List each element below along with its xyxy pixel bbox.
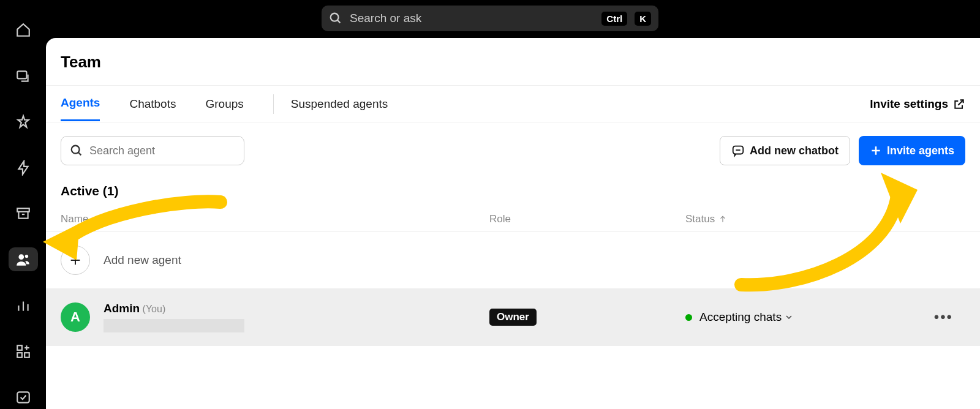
sidebar	[0, 0, 46, 409]
toolbar: Add new chatbot Invite agents	[46, 122, 980, 179]
page-title: Team	[46, 53, 980, 86]
svg-rect-11	[17, 353, 22, 358]
avatar: A	[61, 302, 90, 332]
tab-divider	[273, 94, 274, 114]
tab-agents[interactable]: Agents	[61, 86, 100, 121]
svg-rect-3	[17, 208, 29, 211]
global-search-placeholder: Search or ask	[350, 12, 594, 25]
search-agent-input[interactable]	[89, 144, 235, 157]
add-chatbot-label: Add new chatbot	[750, 144, 839, 157]
col-name[interactable]: Name	[61, 213, 489, 225]
agent-email-placeholder	[104, 319, 244, 332]
add-agent-circle	[61, 246, 90, 275]
nav-archive[interactable]	[9, 202, 38, 226]
role-badge: Owner	[489, 309, 537, 326]
table-header: Name Role Status	[46, 207, 980, 232]
search-agent-field[interactable]	[61, 136, 244, 165]
search-icon	[70, 144, 83, 157]
search-icon	[329, 12, 342, 25]
svg-rect-2	[17, 72, 26, 79]
nav-reports[interactable]	[9, 293, 38, 317]
add-agent-row[interactable]: Add new agent	[46, 232, 980, 288]
nav-apps[interactable]	[9, 339, 38, 363]
invite-agents-label: Invite agents	[887, 144, 954, 157]
invite-settings-link[interactable]: Invite settings	[870, 97, 965, 111]
tabs-row: Agents Chatbots Groups Suspended agents …	[46, 86, 980, 122]
svg-point-6	[24, 255, 28, 258]
svg-rect-15	[17, 392, 29, 402]
svg-rect-12	[24, 353, 29, 358]
svg-point-0	[331, 13, 339, 21]
nav-engage[interactable]	[9, 110, 38, 134]
col-status[interactable]: Status	[685, 213, 906, 225]
status-selector[interactable]: Accepting chats	[685, 310, 794, 324]
status-label: Accepting chats	[699, 310, 782, 324]
tab-chatbots[interactable]: Chatbots	[129, 88, 176, 121]
chevron-down-icon	[784, 312, 794, 322]
add-chatbot-button[interactable]: Add new chatbot	[720, 136, 850, 165]
svg-point-16	[72, 146, 80, 154]
shortcut-ctrl: Ctrl	[601, 12, 627, 26]
agent-name: Admin	[104, 302, 140, 315]
sort-up-icon	[718, 215, 727, 223]
nav-team[interactable]	[9, 247, 38, 271]
plus-icon	[69, 253, 82, 267]
shortcut-k: K	[635, 12, 651, 26]
plus-icon	[870, 144, 882, 157]
nav-chats[interactable]	[9, 64, 38, 88]
agent-you-label: (You)	[143, 304, 166, 314]
main-panel: Team Agents Chatbots Groups Suspended ag…	[46, 38, 980, 409]
nav-tasks[interactable]	[9, 385, 38, 409]
section-active-title: Active (1)	[46, 179, 980, 207]
invite-settings-label: Invite settings	[870, 97, 948, 111]
nav-automation[interactable]	[9, 156, 38, 180]
nav-home[interactable]	[9, 18, 38, 42]
row-more-button[interactable]: •••	[906, 309, 965, 326]
external-link-icon	[953, 98, 965, 110]
chatbot-icon	[731, 144, 745, 157]
col-role[interactable]: Role	[489, 213, 685, 225]
invite-agents-button[interactable]: Invite agents	[859, 136, 965, 165]
tab-groups[interactable]: Groups	[205, 88, 243, 121]
status-dot-icon	[685, 314, 692, 321]
table-row[interactable]: A Admin (You) Owner Accepting chats	[46, 288, 980, 346]
svg-line-17	[78, 152, 81, 156]
tab-suspended[interactable]: Suspended agents	[291, 88, 388, 121]
svg-rect-10	[17, 345, 22, 350]
svg-line-1	[337, 20, 341, 23]
global-search[interactable]: Search or ask Ctrl K	[322, 6, 658, 31]
add-agent-label: Add new agent	[104, 253, 181, 267]
svg-point-5	[18, 254, 24, 260]
